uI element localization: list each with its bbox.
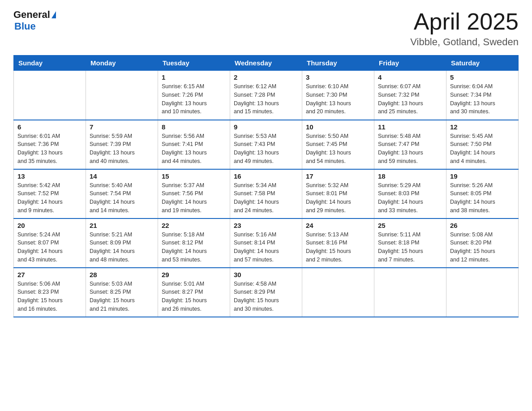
day-info: Sunrise: 5:06 AM Sunset: 8:23 PM Dayligh… bbox=[17, 280, 82, 313]
day-info: Sunrise: 5:11 AM Sunset: 8:18 PM Dayligh… bbox=[378, 231, 442, 264]
table-row: 26Sunrise: 5:08 AM Sunset: 8:20 PM Dayli… bbox=[446, 218, 519, 268]
table-row: 12Sunrise: 5:45 AM Sunset: 7:50 PM Dayli… bbox=[446, 120, 519, 169]
calendar-row-1: 6Sunrise: 6:01 AM Sunset: 7:36 PM Daylig… bbox=[14, 120, 519, 169]
calendar-table: Sunday Monday Tuesday Wednesday Thursday… bbox=[13, 55, 519, 317]
day-info: Sunrise: 5:21 AM Sunset: 8:09 PM Dayligh… bbox=[90, 231, 154, 264]
table-row: 20Sunrise: 5:24 AM Sunset: 8:07 PM Dayli… bbox=[14, 218, 86, 268]
day-number: 9 bbox=[234, 123, 298, 131]
day-info: Sunrise: 4:58 AM Sunset: 8:29 PM Dayligh… bbox=[234, 280, 298, 313]
day-info: Sunrise: 5:48 AM Sunset: 7:47 PM Dayligh… bbox=[378, 132, 442, 166]
table-row: 24Sunrise: 5:13 AM Sunset: 8:16 PM Dayli… bbox=[302, 218, 374, 268]
day-number: 22 bbox=[162, 222, 226, 229]
table-row: 8Sunrise: 5:56 AM Sunset: 7:41 PM Daylig… bbox=[158, 120, 230, 169]
day-number: 4 bbox=[378, 73, 442, 81]
table-row: 7Sunrise: 5:59 AM Sunset: 7:39 PM Daylig… bbox=[86, 120, 158, 169]
day-number: 10 bbox=[306, 123, 370, 131]
calendar-row-3: 20Sunrise: 5:24 AM Sunset: 8:07 PM Dayli… bbox=[14, 218, 519, 268]
page-title: April 2025 bbox=[410, 9, 519, 34]
day-info: Sunrise: 5:50 AM Sunset: 7:45 PM Dayligh… bbox=[306, 132, 370, 166]
day-number: 14 bbox=[90, 172, 154, 180]
table-row bbox=[14, 71, 86, 120]
table-row: 2Sunrise: 6:12 AM Sunset: 7:28 PM Daylig… bbox=[230, 71, 302, 120]
day-info: Sunrise: 5:45 AM Sunset: 7:50 PM Dayligh… bbox=[450, 132, 515, 166]
table-row: 9Sunrise: 5:53 AM Sunset: 7:43 PM Daylig… bbox=[230, 120, 302, 169]
calendar-row-4: 27Sunrise: 5:06 AM Sunset: 8:23 PM Dayli… bbox=[14, 268, 519, 317]
table-row: 27Sunrise: 5:06 AM Sunset: 8:23 PM Dayli… bbox=[14, 268, 86, 317]
table-row: 21Sunrise: 5:21 AM Sunset: 8:09 PM Dayli… bbox=[86, 218, 158, 268]
table-row bbox=[302, 268, 374, 317]
day-info: Sunrise: 5:40 AM Sunset: 7:54 PM Dayligh… bbox=[90, 181, 154, 215]
day-info: Sunrise: 6:15 AM Sunset: 7:26 PM Dayligh… bbox=[162, 82, 226, 116]
day-number: 2 bbox=[234, 73, 298, 81]
day-number: 6 bbox=[17, 123, 82, 131]
day-number: 12 bbox=[450, 123, 515, 131]
day-info: Sunrise: 5:34 AM Sunset: 7:58 PM Dayligh… bbox=[234, 181, 298, 215]
table-row: 23Sunrise: 5:16 AM Sunset: 8:14 PM Dayli… bbox=[230, 218, 302, 268]
col-monday: Monday bbox=[86, 56, 158, 71]
day-number: 7 bbox=[90, 123, 154, 131]
day-info: Sunrise: 5:08 AM Sunset: 8:20 PM Dayligh… bbox=[450, 231, 515, 264]
title-block: April 2025 Vibble, Gotland, Sweden bbox=[410, 9, 519, 48]
table-row: 14Sunrise: 5:40 AM Sunset: 7:54 PM Dayli… bbox=[86, 169, 158, 218]
day-info: Sunrise: 6:07 AM Sunset: 7:32 PM Dayligh… bbox=[378, 82, 442, 116]
day-number: 16 bbox=[234, 172, 298, 180]
day-info: Sunrise: 5:37 AM Sunset: 7:56 PM Dayligh… bbox=[162, 181, 226, 215]
day-info: Sunrise: 5:13 AM Sunset: 8:16 PM Dayligh… bbox=[306, 231, 370, 264]
day-number: 24 bbox=[306, 222, 370, 229]
day-info: Sunrise: 6:01 AM Sunset: 7:36 PM Dayligh… bbox=[17, 132, 82, 166]
day-info: Sunrise: 5:56 AM Sunset: 7:41 PM Dayligh… bbox=[162, 132, 226, 166]
day-info: Sunrise: 5:53 AM Sunset: 7:43 PM Dayligh… bbox=[234, 132, 298, 166]
table-row bbox=[86, 71, 158, 120]
day-number: 19 bbox=[450, 172, 515, 180]
table-row: 5Sunrise: 6:04 AM Sunset: 7:34 PM Daylig… bbox=[446, 71, 519, 120]
table-row: 29Sunrise: 5:01 AM Sunset: 8:27 PM Dayli… bbox=[158, 268, 230, 317]
col-sunday: Sunday bbox=[14, 56, 86, 71]
location-subtitle: Vibble, Gotland, Sweden bbox=[410, 36, 519, 48]
table-row: 17Sunrise: 5:32 AM Sunset: 8:01 PM Dayli… bbox=[302, 169, 374, 218]
day-number: 30 bbox=[234, 271, 298, 278]
day-number: 20 bbox=[17, 222, 82, 229]
table-row: 19Sunrise: 5:26 AM Sunset: 8:05 PM Dayli… bbox=[446, 169, 519, 218]
col-wednesday: Wednesday bbox=[230, 56, 302, 71]
day-info: Sunrise: 6:12 AM Sunset: 7:28 PM Dayligh… bbox=[234, 82, 298, 116]
day-info: Sunrise: 5:01 AM Sunset: 8:27 PM Dayligh… bbox=[162, 280, 226, 313]
col-friday: Friday bbox=[374, 56, 446, 71]
day-number: 13 bbox=[17, 172, 82, 180]
logo: General Blue bbox=[13, 9, 56, 32]
table-row: 28Sunrise: 5:03 AM Sunset: 8:25 PM Dayli… bbox=[86, 268, 158, 317]
day-number: 29 bbox=[162, 271, 226, 278]
table-row: 25Sunrise: 5:11 AM Sunset: 8:18 PM Dayli… bbox=[374, 218, 446, 268]
table-row bbox=[446, 268, 519, 317]
day-info: Sunrise: 5:16 AM Sunset: 8:14 PM Dayligh… bbox=[234, 231, 298, 264]
day-number: 3 bbox=[306, 73, 370, 81]
day-info: Sunrise: 5:29 AM Sunset: 8:03 PM Dayligh… bbox=[378, 181, 442, 215]
day-info: Sunrise: 5:59 AM Sunset: 7:39 PM Dayligh… bbox=[90, 132, 154, 166]
col-tuesday: Tuesday bbox=[158, 56, 230, 71]
day-number: 27 bbox=[17, 271, 82, 278]
day-info: Sunrise: 5:42 AM Sunset: 7:52 PM Dayligh… bbox=[17, 181, 82, 215]
calendar-row-2: 13Sunrise: 5:42 AM Sunset: 7:52 PM Dayli… bbox=[14, 169, 519, 218]
day-info: Sunrise: 5:18 AM Sunset: 8:12 PM Dayligh… bbox=[162, 231, 226, 264]
table-row: 4Sunrise: 6:07 AM Sunset: 7:32 PM Daylig… bbox=[374, 71, 446, 120]
day-info: Sunrise: 6:04 AM Sunset: 7:34 PM Dayligh… bbox=[450, 82, 515, 116]
logo-general-text: General bbox=[13, 9, 50, 21]
table-row: 18Sunrise: 5:29 AM Sunset: 8:03 PM Dayli… bbox=[374, 169, 446, 218]
calendar-row-0: 1Sunrise: 6:15 AM Sunset: 7:26 PM Daylig… bbox=[14, 71, 519, 120]
day-number: 17 bbox=[306, 172, 370, 180]
logo-blue-text: Blue bbox=[14, 21, 36, 32]
table-row: 13Sunrise: 5:42 AM Sunset: 7:52 PM Dayli… bbox=[14, 169, 86, 218]
table-row: 10Sunrise: 5:50 AM Sunset: 7:45 PM Dayli… bbox=[302, 120, 374, 169]
table-row: 15Sunrise: 5:37 AM Sunset: 7:56 PM Dayli… bbox=[158, 169, 230, 218]
table-row: 22Sunrise: 5:18 AM Sunset: 8:12 PM Dayli… bbox=[158, 218, 230, 268]
day-info: Sunrise: 5:24 AM Sunset: 8:07 PM Dayligh… bbox=[17, 231, 82, 264]
day-number: 5 bbox=[450, 73, 515, 81]
logo-triangle-icon bbox=[51, 11, 56, 18]
day-info: Sunrise: 5:32 AM Sunset: 8:01 PM Dayligh… bbox=[306, 181, 370, 215]
day-number: 23 bbox=[234, 222, 298, 229]
calendar-header-row: Sunday Monday Tuesday Wednesday Thursday… bbox=[14, 56, 519, 71]
day-number: 18 bbox=[378, 172, 442, 180]
page-header: General Blue April 2025 Vibble, Gotland,… bbox=[13, 9, 519, 48]
table-row: 16Sunrise: 5:34 AM Sunset: 7:58 PM Dayli… bbox=[230, 169, 302, 218]
day-number: 1 bbox=[162, 73, 226, 81]
day-info: Sunrise: 5:26 AM Sunset: 8:05 PM Dayligh… bbox=[450, 181, 515, 215]
